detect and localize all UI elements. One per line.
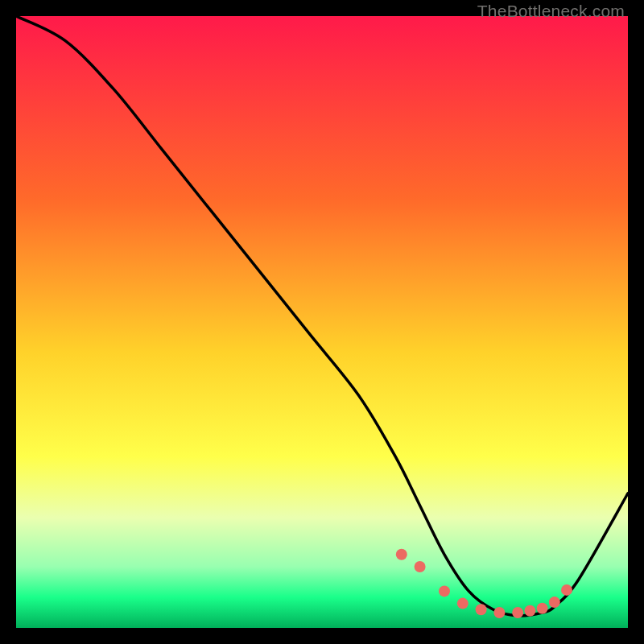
bottleneck-dot (439, 585, 450, 597)
bottleneck-dot (476, 604, 487, 615)
bottleneck-dot (537, 603, 548, 614)
bottleneck-dot (561, 584, 572, 596)
watermark-text: TheBottleneck.com (477, 2, 625, 21)
bottleneck-dot (512, 607, 523, 618)
bottleneck-dot (415, 561, 426, 572)
gradient-background (16, 16, 628, 628)
bottleneck-dot (457, 598, 469, 609)
bottleneck-dot (524, 605, 535, 617)
bottleneck-dot (493, 607, 505, 618)
bottleneck-dot (549, 597, 560, 608)
bottleneck-chart (16, 16, 628, 628)
bottleneck-dot (396, 549, 407, 560)
